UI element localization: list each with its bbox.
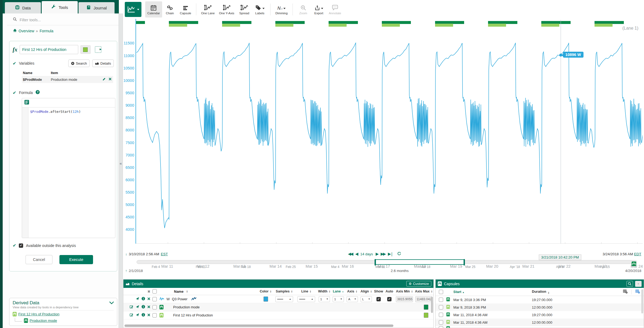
details-row[interactable]: WQ3 Power▲▲1▼1▼A▼L▼✔✔3815.905511483.042 [123,295,433,303]
info-icon[interactable] [141,297,145,301]
details-col-color[interactable]: Color▲▼ [258,289,273,293]
details-col-axis[interactable]: Axis▲▼ [345,289,359,293]
formula-docs-icon[interactable] [24,100,29,106]
remove-variable-icon[interactable] [109,77,112,82]
remove-item-icon[interactable] [147,313,150,317]
chart-area[interactable]: 1150011000105001000095009000850080007500… [123,19,644,244]
investigate-range-duration[interactable]: 2.6 months [391,269,409,273]
derived-item-link[interactable]: Production mode [30,319,57,323]
plot-region[interactable]: 10896 W (Lane 1) [136,19,643,244]
formula-editor[interactable]: $ProdMode.afterStart(12h) [22,98,115,238]
edit-item-icon[interactable] [130,313,133,317]
tab-journal[interactable]: Journal [79,2,115,13]
end-timezone-link[interactable]: EDT [634,252,641,256]
start-timezone-link[interactable]: EST [161,252,168,256]
auto-checkbox[interactable]: ✔ [384,297,395,301]
capsule-row-partial[interactable] [436,326,644,328]
color-cell[interactable] [258,296,273,302]
capsule-checkbox[interactable] [439,313,443,317]
details-vscrollbar[interactable] [431,297,433,313]
home-icon[interactable] [13,29,17,33]
breadcrumb-overview-link[interactable]: Overview [19,29,34,33]
customize-button[interactable]: ⚙ Customize [406,281,431,287]
capsule-row[interactable]: Mar 9, 2018 3:36 PM12:00:00.000 [436,303,644,311]
show-checkbox[interactable]: ✔ [373,297,384,301]
capsules-zoom-button[interactable] [627,281,633,287]
capsule-row[interactable]: Mar 11, 2018 4:36 AM12:00:00.000 [436,319,644,326]
step-back-fast-button[interactable]: ◀◀ [348,252,353,256]
range-start-arrow-icon[interactable]: ↓ [125,252,127,256]
collapse-sidebar-icon[interactable]: « [119,161,123,166]
info-icon[interactable] [141,313,145,317]
pin-icon[interactable] [136,313,139,317]
tab-data[interactable]: Data [5,2,41,13]
step-back-button[interactable]: ◀ [355,252,358,256]
filter-tools-input[interactable] [20,18,100,22]
details-col-axis-min[interactable]: Axis Min▲▼ [395,289,414,293]
axis-min-input[interactable]: 3815.9055 [395,296,414,302]
samples-dropdown[interactable]: ▲ [273,296,295,302]
toolbar-spread-button[interactable]: Spread [236,1,252,18]
range-slider-selection[interactable] [375,259,465,265]
refresh-icon[interactable] [397,252,401,256]
add-column-icon[interactable] [623,289,632,294]
display-mode-button[interactable] [125,2,141,17]
investigate-range-end[interactable]: 4/20/2018 [625,269,641,273]
capsules-col-duration[interactable]: Duration ▲▼ [532,289,602,294]
line-dropdown[interactable]: ▲ [295,296,317,302]
details-col-width[interactable]: Width▲▼ [317,289,331,293]
execute-button[interactable]: Execute [59,255,93,264]
help-icon[interactable]: ? [35,90,40,95]
row-checkbox[interactable] [152,305,157,309]
remove-item-icon[interactable] [147,297,150,301]
investigate-range-start[interactable]: 2/1/2018 [129,269,143,273]
available-checkbox[interactable]: ✔ [19,243,23,248]
step-forward-fast-button[interactable]: ▶▶ [380,252,385,256]
item-name[interactable]: First 12 Hrs of Production [158,313,418,317]
pin-icon[interactable] [136,297,139,301]
toolbar-one-y-axis-button[interactable]: One Y-Axis [217,1,236,18]
step-to-end-button[interactable]: ▶❘ [388,252,393,256]
selection-left-handle[interactable] [375,259,376,266]
info-icon[interactable] [141,305,145,309]
variables-search-button[interactable]: Search [68,60,90,67]
item-name[interactable]: Production mode [158,305,418,309]
toolbar-chain-button[interactable]: Chain [162,1,178,18]
toolbar-capsule-button[interactable]: Capsule [178,1,193,18]
tab-tools[interactable]: Tools [42,1,78,13]
capsule-row[interactable]: Mar 11, 2018 4:36 AM19:27:00.000 [436,311,644,319]
variables-details-button[interactable]: Details [92,60,114,67]
selection-right-handle[interactable] [464,259,465,266]
axis-max-input[interactable]: 11483.042 [414,296,433,302]
details-row[interactable]: Production mode [123,303,433,311]
lane-select[interactable]: 1▼ [331,296,345,302]
cancel-button[interactable]: Cancel [26,255,52,264]
align-select[interactable]: L▼ [359,296,373,302]
derived-item-link[interactable]: First 12 Hrs of Production [18,312,59,316]
chevron-down-icon[interactable] [109,300,114,306]
details-col-align[interactable]: Align▲▼ [359,289,373,293]
pin-icon[interactable] [136,305,139,309]
details-row[interactable]: First 12 Hrs of Production [123,311,433,319]
color-cell[interactable] [418,313,433,318]
remove-item-icon[interactable] [147,305,150,309]
width-select[interactable]: 1▼ [317,296,331,302]
capsules-collapse-button[interactable]: ▫ [635,281,642,287]
step-forward-button[interactable]: ▶ [376,252,378,256]
capsule-checkbox[interactable] [439,298,443,302]
toolbar-export-button[interactable]: Export [311,1,327,18]
details-col-axis-max[interactable]: Axis Max▲▼ [414,289,433,293]
details-col-line[interactable]: Line▲▼ [295,289,317,293]
range-slider-track[interactable] [137,260,637,264]
detach-tool-icon[interactable] [95,46,101,53]
capsule-row[interactable]: Mar 9, 2018 3:36 PM19:27:00.000 [436,296,644,303]
details-col-show[interactable]: Show [373,289,384,293]
capsule-checkbox[interactable] [439,305,443,309]
capsule-checkbox[interactable] [439,320,443,324]
edit-variable-icon[interactable] [102,77,106,82]
capsules-select-all[interactable] [439,290,443,294]
toolbar-labels-button[interactable]: Labels [252,1,268,18]
details-col-samples[interactable]: Samples▲▼ [273,289,295,293]
details-col-auto[interactable]: Auto [384,289,395,293]
select-all-checkbox[interactable] [152,289,157,294]
